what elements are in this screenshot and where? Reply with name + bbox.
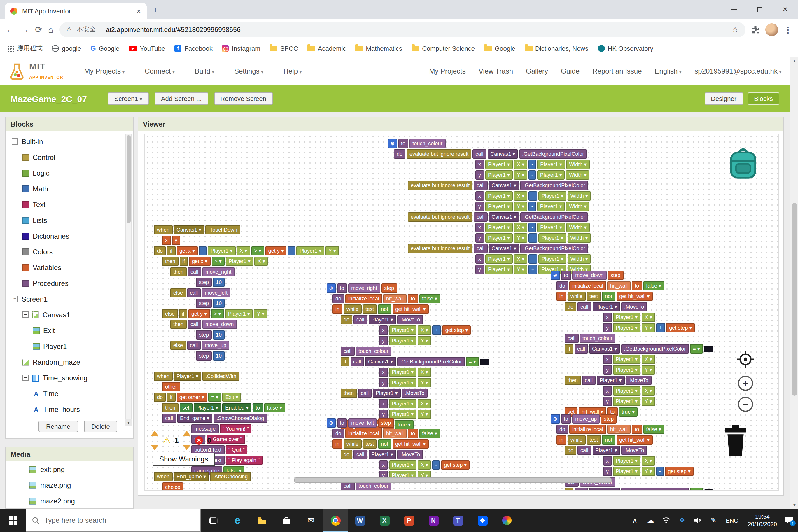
bookmark-star-icon[interactable]: ☆ <box>732 25 739 34</box>
tray-onedrive-icon[interactable]: ☁ <box>645 516 656 525</box>
menu-connect[interactable]: Connect <box>145 67 175 75</box>
page-scrollbar[interactable]: ▲ ▼ <box>790 57 798 509</box>
bookmark-google[interactable]: google <box>52 45 81 52</box>
tree-item-colors[interactable]: Colors <box>6 244 133 260</box>
menu-my-projects[interactable]: My Projects <box>84 67 125 75</box>
scroll-down-icon[interactable]: ▼ <box>791 501 798 509</box>
warning-triangle-icon[interactable]: ⚠ <box>163 435 171 446</box>
start-button[interactable] <box>0 509 26 532</box>
tray-chevron-up-icon[interactable]: ∧ <box>630 516 640 525</box>
tree-item-random-maze[interactable]: Random_maze <box>6 354 133 370</box>
action-center-icon[interactable]: 1 <box>784 516 793 525</box>
tree-item-exit[interactable]: Exit <box>6 323 133 338</box>
browser-tab[interactable]: MIT App Inventor ✕ <box>5 3 147 19</box>
collapse-toggle-icon[interactable]: − <box>22 311 28 318</box>
bookmark-google[interactable]: Google <box>484 45 515 52</box>
rename-button[interactable]: Rename <box>38 421 78 432</box>
bookmark-spcc[interactable]: SPCC <box>270 45 298 52</box>
bookmark-hk-observatory[interactable]: HK Observatory <box>597 45 653 52</box>
bookmark-youtube[interactable]: ▶YouTube <box>129 45 165 52</box>
bookmark-computer-science[interactable]: Computer Science <box>412 45 475 52</box>
tree-item-math[interactable]: Math <box>6 181 133 196</box>
tree-item-screen1[interactable]: −Screen1 <box>6 291 133 307</box>
palette-scroll-thumb[interactable] <box>127 135 131 223</box>
link-my-projects[interactable]: My Projects <box>429 67 466 75</box>
remove-screen-button[interactable]: Remove Screen <box>214 92 273 105</box>
tray-wifi-icon[interactable] <box>661 517 672 524</box>
zoom-in-button[interactable]: + <box>738 376 753 391</box>
tree-item-logic[interactable]: Logic <box>6 165 133 181</box>
back-icon[interactable]: ← <box>6 24 15 34</box>
taskbar-onenote-icon[interactable]: N <box>421 509 446 532</box>
proc-move-down[interactable]: ⊕tomove_downstepdoinitialize localhit_wa… <box>551 271 714 418</box>
tab-close-icon[interactable]: ✕ <box>136 8 141 14</box>
media-item-exit-png[interactable]: exit.png <box>6 461 133 477</box>
designer-button[interactable]: Designer <box>704 92 743 105</box>
media-item-maze2-png[interactable]: maze2.png <box>6 493 133 509</box>
menu-help[interactable]: Help <box>284 67 302 75</box>
tree-item-built-in[interactable]: −Built-in <box>6 134 133 149</box>
window-maximize-button[interactable] <box>747 0 772 19</box>
forward-icon[interactable]: → <box>20 24 29 34</box>
collapse-toggle-icon[interactable]: − <box>12 296 18 302</box>
show-warnings-button[interactable]: Show Warnings <box>153 453 214 466</box>
taskbar-chrome-icon[interactable] <box>323 509 348 532</box>
backpack-icon[interactable] <box>725 145 761 181</box>
tree-item-dictionaries[interactable]: Dictionaries <box>6 228 133 244</box>
address-bar[interactable]: ⚠ 不安全 ai2.appinventor.mit.edu/#521802999… <box>59 22 745 37</box>
scroll-up-icon[interactable]: ▲ <box>791 57 798 65</box>
bookmark-academic[interactable]: Academic <box>307 45 346 52</box>
taskbar-excel-icon[interactable]: X <box>372 509 397 532</box>
url-text[interactable]: ai2.appinventor.mit.edu/#521802999699865… <box>106 26 241 33</box>
extensions-puzzle-icon[interactable] <box>751 25 760 34</box>
taskbar-teams-icon[interactable]: T <box>446 509 470 532</box>
taskbar-clock[interactable]: 19:5420/10/2020 <box>745 512 779 528</box>
menu-settings[interactable]: Settings <box>234 67 264 75</box>
taskbar-powerpoint-icon[interactable]: P <box>397 509 421 532</box>
taskbar-word-icon[interactable]: W <box>348 509 372 532</box>
taskbar-explorer-icon[interactable] <box>250 509 274 532</box>
screen-selector[interactable]: Screen1 <box>108 92 149 105</box>
tree-item-procedures[interactable]: Procedures <box>6 276 133 291</box>
tree-item-time[interactable]: ATime <box>6 385 133 401</box>
tree-item-variables[interactable]: Variables <box>6 260 133 276</box>
menu-build[interactable]: Build <box>194 67 214 75</box>
scrollbar-thumb[interactable] <box>792 203 797 396</box>
proc-move-right[interactable]: ⊕tomove_rightstepdoinitialize localhit_w… <box>327 284 489 431</box>
event-endgame-afterchoosing[interactable]: whenEnd_game ▾.AfterChoosingchoice <box>154 472 250 491</box>
language-selector[interactable]: English <box>655 67 682 75</box>
taskbar-store-icon[interactable] <box>274 509 299 532</box>
trash-can-icon[interactable] <box>722 423 749 457</box>
bookmark-mathematics[interactable]: Mathematics <box>355 45 402 52</box>
taskbar-photos-icon[interactable] <box>495 509 519 532</box>
collapse-toggle-icon[interactable]: − <box>12 138 18 145</box>
add-screen-button[interactable]: Add Screen ... <box>155 92 208 105</box>
tree-item-text[interactable]: Text <box>6 196 133 212</box>
bookmark-facebook[interactable]: fFacebook <box>174 45 213 52</box>
tree-item-lists[interactable]: Lists <box>6 212 133 228</box>
collapse-toggle-icon[interactable]: − <box>22 375 28 381</box>
bookmark--[interactable]: 應用程式 <box>7 44 43 53</box>
palette-scrollbar[interactable] <box>126 134 132 419</box>
delete-button[interactable]: Delete <box>84 421 117 432</box>
taskbar-dropbox-icon[interactable]: ❖ <box>470 509 495 532</box>
tree-item-time-showing[interactable]: −Time_showing <box>6 370 133 385</box>
profile-avatar[interactable] <box>765 23 778 36</box>
keyboard-language[interactable]: ENG <box>724 517 740 524</box>
account-menu[interactable]: sp20195991@spcc.edu.hk <box>695 67 782 75</box>
refresh-icon[interactable]: ⟳ <box>35 24 42 35</box>
window-close-button[interactable]: ✕ <box>772 0 798 19</box>
bookmark-instagram[interactable]: Instagram <box>222 45 261 52</box>
taskbar-mail-icon[interactable]: ✉ <box>299 509 323 532</box>
blocks-button[interactable]: Blocks <box>747 92 779 105</box>
horizontal-scrollbar[interactable] <box>294 477 612 483</box>
taskbar-edge-icon[interactable]: e <box>225 509 250 532</box>
zoom-reset-target-icon[interactable] <box>736 350 755 369</box>
appinventor-logo[interactable]: MITAPP INVENTOR <box>8 61 63 80</box>
error-circle-icon[interactable]: ✕ <box>195 436 203 444</box>
tray-pen-icon[interactable]: ✎ <box>708 516 719 525</box>
window-minimize-button[interactable] <box>721 0 747 19</box>
palette-scroll-down-icon[interactable]: ▼ <box>126 419 132 426</box>
tray-dropbox-tray-icon[interactable]: ❖ <box>677 516 687 525</box>
tree-item-canvas1[interactable]: −Canvas1 <box>6 307 133 323</box>
